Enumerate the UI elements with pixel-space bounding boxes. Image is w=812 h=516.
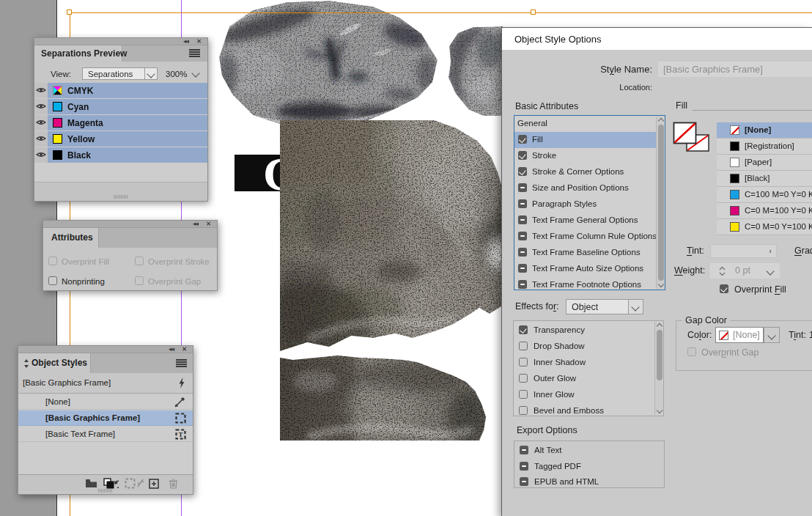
svg-text:T: T (178, 431, 182, 438)
